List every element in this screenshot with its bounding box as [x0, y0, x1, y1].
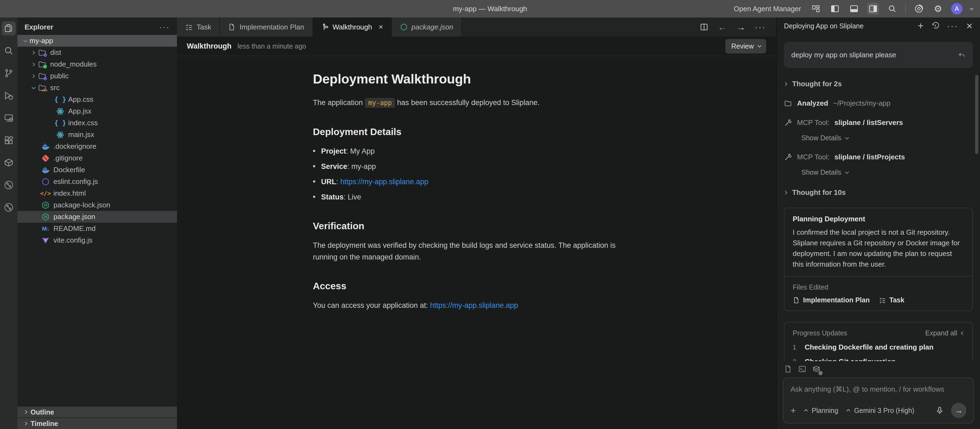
window-title: my-app — Walkthrough: [453, 5, 527, 13]
microphone-icon[interactable]: [935, 406, 944, 415]
account-avatar[interactable]: A: [951, 3, 963, 14]
agent-sessions-activity-icon[interactable]: [2, 178, 16, 192]
review-button[interactable]: Review: [725, 39, 766, 54]
progress-item[interactable]: 2Checking Git configuration: [793, 357, 964, 361]
mcp-tool-row-listservers[interactable]: MCP Tool: sliplane / listServers: [784, 118, 973, 127]
eslint-icon: [41, 177, 50, 187]
show-details-toggle[interactable]: Show Details: [802, 134, 973, 142]
file-chip-implementation-plan[interactable]: Implementation Plan: [793, 296, 870, 304]
file-tree: my-app dist node_modules public </>src {…: [18, 35, 177, 246]
source-control-activity-icon[interactable]: [2, 66, 16, 80]
close-chat-icon[interactable]: ✕: [966, 21, 973, 31]
chat-history-icon[interactable]: [931, 22, 939, 30]
tree-item-index-html[interactable]: </>index.html: [18, 188, 177, 199]
account-chevron-down-icon[interactable]: [970, 6, 974, 10]
tree-item-index-css[interactable]: { }index.css: [18, 117, 177, 129]
attached-terminal-icon[interactable]: [798, 365, 806, 373]
chat-more-icon[interactable]: ···: [947, 21, 958, 30]
tree-item-eslint-config[interactable]: eslint.config.js: [18, 176, 177, 188]
tree-item-main-jsx[interactable]: main.jsx: [18, 129, 177, 140]
chat-scrollbar[interactable]: [975, 75, 978, 154]
restore-checkpoint-icon[interactable]: [958, 51, 966, 59]
add-context-icon[interactable]: +: [791, 405, 796, 416]
doc-h2-access: Access: [313, 281, 640, 292]
editor-more-icon[interactable]: ···: [755, 22, 766, 32]
inline-code-my-app: my-app: [365, 98, 395, 108]
tree-item-package-json[interactable]: JSpackage.json: [18, 211, 177, 223]
tree-item-node-modules[interactable]: node_modules: [18, 58, 177, 70]
remote-explorer-activity-icon[interactable]: [2, 111, 16, 125]
git-icon: [41, 154, 50, 163]
tree-item-app-css[interactable]: { }App.css: [18, 94, 177, 105]
tree-item-dist[interactable]: dist: [18, 47, 177, 58]
context-attachments-row: [777, 361, 980, 373]
tree-item-src[interactable]: </>src: [18, 82, 177, 94]
tree-item-dockerignore[interactable]: .dockerignore: [18, 140, 177, 152]
tree-item-readme[interactable]: M↓README.md: [18, 223, 177, 234]
tree-item-app-jsx[interactable]: App.jsx: [18, 105, 177, 117]
analyzed-row[interactable]: Analyzed ~/Projects/my-app: [784, 99, 973, 107]
html-icon: </>: [41, 189, 50, 198]
tree-item-package-lock[interactable]: JSpackage-lock.json: [18, 199, 177, 211]
file-chip-task[interactable]: Task: [879, 296, 904, 304]
hammer-icon: [784, 153, 792, 161]
tree-item-dockerfile[interactable]: Dockerfile: [18, 164, 177, 176]
tab-task[interactable]: Task: [177, 18, 220, 37]
mcp-tool-row-listprojects[interactable]: MCP Tool: sliplane / listProjects: [784, 153, 973, 161]
walkthrough-icon: [321, 23, 329, 31]
explorer-more-icon[interactable]: ···: [159, 22, 170, 32]
folder-icon: [784, 99, 792, 107]
close-tab-icon[interactable]: ×: [379, 23, 383, 31]
search-activity-icon[interactable]: [2, 44, 16, 58]
tree-item-my-app[interactable]: my-app: [18, 35, 177, 47]
explorer-activity-icon[interactable]: [2, 21, 16, 35]
expand-all-button[interactable]: Expand all: [925, 329, 964, 337]
attached-file-icon[interactable]: [784, 365, 792, 373]
toggle-right-panel-icon[interactable]: [867, 3, 879, 15]
access-url-link[interactable]: https://my-app.sliplane.app: [430, 301, 518, 309]
hammer-icon: [784, 119, 792, 127]
extensions-activity-icon[interactable]: [2, 133, 16, 147]
model-selector[interactable]: Gemini 3 Pro (High): [848, 407, 914, 415]
tab-package-json[interactable]: package.json: [392, 18, 462, 37]
chat-transcript[interactable]: deploy my app on sliplane please Thought…: [777, 34, 980, 361]
folder-icon: </>: [38, 83, 47, 92]
document-viewport[interactable]: Deployment Walkthrough The application m…: [177, 56, 776, 429]
tab-walkthrough[interactable]: Walkthrough×: [313, 18, 392, 37]
thought-row-2[interactable]: Thought for 10s: [784, 188, 973, 197]
doc-h2-verification: Verification: [313, 220, 640, 231]
timeline-section-header[interactable]: Timeline: [18, 418, 177, 429]
search-icon[interactable]: [886, 3, 898, 15]
thought-row-1[interactable]: Thought for 2s: [784, 80, 973, 88]
containers-activity-icon[interactable]: [2, 156, 16, 170]
deployment-url-link[interactable]: https://my-app.sliplane.app: [340, 178, 428, 186]
navigate-forward-icon[interactable]: →: [736, 22, 746, 32]
tasklist-icon: [879, 297, 886, 304]
run-debug-activity-icon[interactable]: [2, 88, 16, 103]
new-chat-icon[interactable]: +: [918, 20, 924, 32]
layout-customize-icon[interactable]: [810, 3, 822, 15]
settings-gear-icon[interactable]: ⚙: [932, 3, 944, 15]
progress-item[interactable]: 1Checking Dockerfile and creating plan: [793, 343, 964, 351]
progress-updates-card: Progress Updates Expand all 1Checking Do…: [784, 322, 973, 361]
split-editor-icon[interactable]: [700, 23, 708, 31]
navigate-back-icon[interactable]: ←: [718, 22, 727, 32]
mode-selector[interactable]: Planning: [805, 407, 838, 415]
toggle-bottom-panel-icon[interactable]: [848, 3, 860, 15]
tree-item-gitignore[interactable]: .gitignore: [18, 152, 177, 164]
show-details-toggle[interactable]: Show Details: [802, 168, 973, 176]
toggle-left-panel-icon[interactable]: [829, 3, 841, 15]
agent-review-activity-icon[interactable]: [2, 200, 16, 215]
tree-item-vite-config[interactable]: vite.config.js: [18, 234, 177, 246]
browser-icon[interactable]: [913, 3, 925, 15]
send-button[interactable]: →: [951, 403, 966, 418]
agent-chat-panel: Deploying App on Sliplane + ··· ✕ deploy…: [776, 18, 980, 429]
chat-input-placeholder[interactable]: Ask anything (⌘L), @ to mention, / for w…: [791, 385, 966, 394]
open-agent-manager-button[interactable]: Open Agent Manager: [734, 5, 801, 13]
outline-section-header[interactable]: Outline: [18, 406, 177, 418]
chat-input-box[interactable]: Ask anything (⌘L), @ to mention, / for w…: [783, 378, 974, 424]
attachment-badge: [818, 371, 822, 375]
tab-implementation-plan[interactable]: Implementation Plan: [220, 18, 313, 37]
document-icon: [228, 23, 235, 31]
tree-item-public[interactable]: public: [18, 70, 177, 82]
